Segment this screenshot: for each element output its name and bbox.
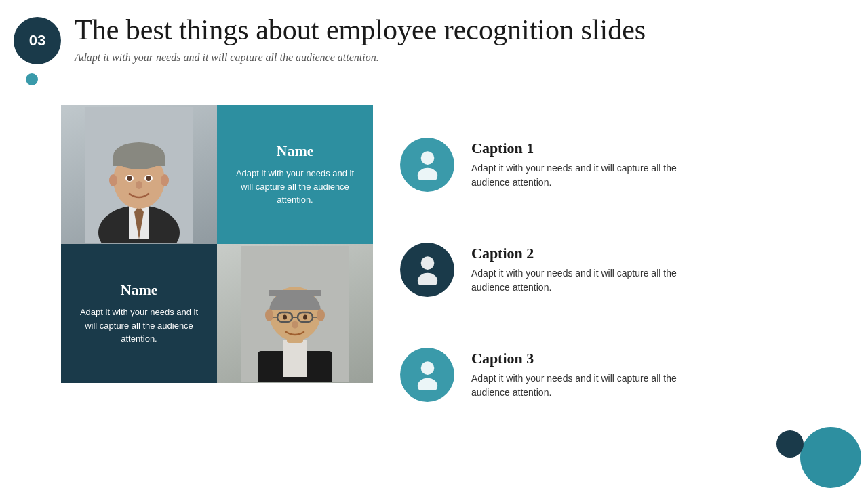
dark-panel: Name Adapt it with your needs and it wil… <box>61 244 217 383</box>
caption-item-3: Caption 3 Adapt it with your needs and i… <box>400 348 841 402</box>
svg-point-33 <box>417 168 437 180</box>
caption-title-1: Caption 1 <box>471 140 688 157</box>
person1-text: Adapt it with your needs and it will cap… <box>231 167 359 207</box>
person2-photo <box>217 244 373 383</box>
header: 03 The best things about employee recogn… <box>14 14 854 64</box>
teal-panel: Name Adapt it with your needs and it wil… <box>217 105 373 244</box>
svg-point-14 <box>109 174 117 186</box>
svg-point-35 <box>417 273 437 285</box>
photo-cell-person2 <box>217 244 373 383</box>
photo-cell-person1 <box>61 105 217 244</box>
main-title: The best things about employee recogniti… <box>75 14 854 46</box>
caption-content-2: Caption 2 Adapt it with your needs and i… <box>471 245 688 295</box>
svg-point-13 <box>136 181 142 189</box>
header-text: The best things about employee recogniti… <box>75 14 854 64</box>
deco-circle-small <box>776 430 804 458</box>
svg-point-31 <box>317 309 325 321</box>
svg-point-34 <box>420 256 434 270</box>
caption-icon-3 <box>400 348 454 402</box>
person1-photo <box>61 105 217 244</box>
caption-title-2: Caption 2 <box>471 245 688 262</box>
person2-text: Adapt it with your needs and it will cap… <box>75 306 203 346</box>
svg-rect-18 <box>283 340 307 377</box>
person2-name: Name <box>121 281 158 299</box>
captions-list: Caption 1 Adapt it with your needs and i… <box>400 105 841 434</box>
svg-rect-8 <box>113 156 165 166</box>
main-content: Name Adapt it with your needs and it wil… <box>61 105 841 434</box>
svg-point-27 <box>283 314 287 319</box>
caption-content-3: Caption 3 Adapt it with your needs and i… <box>471 350 688 400</box>
svg-point-15 <box>161 174 169 186</box>
svg-point-36 <box>420 361 434 375</box>
caption-title-3: Caption 3 <box>471 350 688 367</box>
svg-point-29 <box>292 321 298 328</box>
caption-icon-2 <box>400 243 454 297</box>
caption-desc-1: Adapt it with your needs and it will cap… <box>471 161 688 190</box>
slide-number: 03 <box>29 32 45 49</box>
svg-rect-21 <box>269 290 321 296</box>
caption-item-2: Caption 2 Adapt it with your needs and i… <box>400 243 841 297</box>
deco-circle-large <box>800 427 861 488</box>
caption-desc-2: Adapt it with your needs and it will cap… <box>471 266 688 295</box>
person1-name: Name <box>277 142 314 160</box>
slide-number-circle: 03 <box>14 17 61 64</box>
decorative-small-dot <box>26 73 38 85</box>
caption-icon-1 <box>400 138 454 192</box>
info-panel-top-right: Name Adapt it with your needs and it wil… <box>217 105 373 244</box>
svg-point-12 <box>146 176 151 181</box>
svg-point-37 <box>417 378 437 390</box>
svg-point-30 <box>265 309 273 321</box>
caption-item-1: Caption 1 Adapt it with your needs and i… <box>400 138 841 192</box>
photo-grid: Name Adapt it with your needs and it wil… <box>61 105 373 383</box>
caption-desc-3: Adapt it with your needs and it will cap… <box>471 371 688 400</box>
svg-point-32 <box>420 151 434 165</box>
info-panel-bottom-left: Name Adapt it with your needs and it wil… <box>61 244 217 383</box>
subtitle: Adapt it with your needs and it will cap… <box>75 52 854 64</box>
caption-content-1: Caption 1 Adapt it with your needs and i… <box>471 140 688 190</box>
svg-point-10 <box>127 176 132 181</box>
svg-point-28 <box>303 314 307 319</box>
